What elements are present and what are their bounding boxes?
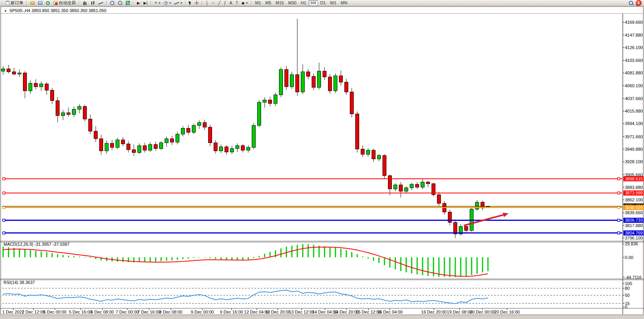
macd-histogram-bar (259, 256, 260, 257)
zoom-in-icon (110, 1, 114, 5)
svg-text:29.836: 29.836 (625, 241, 638, 246)
timeframe-m1-button[interactable]: M1 (253, 0, 263, 6)
periods-button[interactable]: ▾ (162, 0, 172, 6)
line-chart-button[interactable] (97, 0, 105, 6)
macd-histogram-bar (166, 257, 167, 261)
tile-windows-button[interactable] (124, 0, 132, 6)
line-handle[interactable] (618, 192, 620, 194)
text-icon: A (230, 1, 232, 5)
search-icon[interactable] (629, 1, 633, 5)
svg-text:50: 50 (625, 293, 630, 298)
timeframe-w1-button[interactable]: W1 (328, 0, 339, 6)
timeframe-h4-button[interactable]: H4 (309, 0, 318, 6)
vertical-line-icon: │ (206, 1, 208, 5)
fibonacci-tool-button[interactable]: ƒ (222, 0, 228, 6)
notification-badge[interactable]: 1 (636, 0, 642, 6)
time-tick-label: 6 Dec 08:00 (91, 310, 114, 314)
time-tick-label: 9 Dec 16:00 (220, 310, 243, 314)
line-handle[interactable] (3, 232, 5, 234)
line-handle[interactable] (3, 192, 5, 194)
chart-title-bar[interactable]: ▼SP500-,H4 3850.850 3851.350 3850.350 38… (4, 8, 106, 13)
shapes-tool-button[interactable]: ◆ ▾ (240, 0, 249, 6)
macd-histogram-bar (215, 257, 216, 259)
macd-histogram-bar (477, 257, 478, 274)
macd-histogram-bar (182, 257, 184, 259)
vertical-line-tool-button[interactable]: │ (204, 0, 210, 6)
line-handle[interactable] (3, 178, 5, 180)
macd-histogram-bar (422, 257, 423, 275)
templates-button[interactable]: ▾ (173, 0, 184, 6)
macd-histogram-bar (313, 245, 314, 257)
chart-title: SP500-,H4 3850.850 3851.350 3850.350 385… (9, 8, 107, 13)
line-handle[interactable] (3, 206, 5, 209)
price-tick-label: 4103.660 (625, 58, 643, 63)
macd-histogram-bar (8, 247, 9, 257)
clock-icon (164, 1, 168, 5)
price-tick-label: 4126.100 (625, 45, 643, 50)
bar-chart-button[interactable] (81, 0, 89, 6)
macd-histogram-bar (117, 257, 118, 262)
line-handle[interactable] (618, 232, 620, 234)
toolbar-grip[interactable] (79, 1, 80, 5)
price-tick-label: 3928.100 (625, 159, 643, 164)
line-handle[interactable] (3, 219, 5, 221)
autotrading-button[interactable]: 自动交易 (52, 0, 77, 6)
toolbar-grip[interactable] (2, 1, 3, 5)
auto-scroll-icon: ▶ (137, 1, 140, 5)
chart-shift-button[interactable]: ▶| (142, 0, 149, 6)
line-handle[interactable] (618, 206, 620, 209)
zoom-in-button[interactable] (109, 0, 116, 6)
timeframe-m5-button[interactable]: M5 (263, 0, 273, 6)
chevron-down-icon: ▾ (181, 1, 182, 5)
trendline-tool-button[interactable]: ╱ (216, 0, 222, 6)
data-window-button[interactable] (29, 0, 36, 6)
macd-histogram-bar (368, 257, 369, 259)
new-order-label: 新订单 (11, 0, 23, 6)
macd-histogram-bar (161, 257, 162, 261)
timeframe-h1-button[interactable]: H1 (299, 0, 308, 6)
macd-histogram-bar (177, 257, 178, 260)
time-tick-label: 7 Dec 00:00 (116, 310, 139, 314)
indicators-button[interactable]: + ▾ (153, 0, 162, 6)
new-order-button[interactable]: 新订单 (4, 0, 25, 6)
template-icon (174, 1, 179, 5)
timeframe-m30-button[interactable]: M30 (286, 0, 298, 6)
horizontal-line-tool-button[interactable]: ─ (210, 0, 216, 6)
line-handle[interactable] (618, 178, 620, 180)
cursor-tool-button[interactable] (188, 0, 193, 6)
macd-histogram-bar (52, 253, 53, 257)
zoom-out-button[interactable] (116, 0, 124, 6)
text-tool-button[interactable]: A (228, 0, 234, 6)
bar-chart-icon (83, 1, 87, 5)
crosshair-tool-button[interactable] (193, 0, 200, 6)
timeframe-m15-button[interactable]: M15 (274, 0, 286, 6)
line-handle[interactable] (618, 219, 620, 221)
candlestick-chart-button[interactable] (89, 0, 97, 6)
toolbar-separator (133, 1, 134, 5)
macd-histogram-bar (270, 252, 271, 257)
macd-histogram-bar (308, 244, 309, 257)
macd-histogram-bar (335, 248, 336, 257)
tile-windows-icon (126, 1, 130, 5)
chart-shift-icon: ▶| (144, 1, 147, 5)
macd-histogram-bar (25, 250, 26, 257)
price-tick-label: 3949.880 (625, 147, 643, 152)
auto-scroll-button[interactable]: ▶ (135, 0, 142, 6)
macd-histogram-bar (286, 247, 287, 257)
chart-dropdown-icon[interactable]: ▼ (4, 9, 7, 13)
chart-window (1, 7, 643, 315)
time-tick-label: 5 Dec 00:00 (43, 310, 66, 314)
macd-histogram-bar (406, 257, 407, 273)
price-tick-label: 4037.660 (625, 96, 643, 101)
market-watch-button[interactable] (37, 0, 44, 6)
chart-canvas[interactable]: 3851.0503898.6153873.9883848.9293826.733… (0, 0, 644, 319)
macd-histogram-bar (324, 247, 325, 257)
price-tick-label: 3796.100 (625, 236, 643, 240)
candlestick-icon (91, 1, 95, 5)
macd-histogram-bar (41, 252, 42, 257)
timeframe-mn-button[interactable]: MN (339, 0, 349, 6)
signals-button[interactable] (44, 0, 51, 6)
label-tool-button[interactable]: T (234, 0, 240, 6)
macd-histogram-bar (297, 245, 298, 257)
timeframe-d1-button[interactable]: D1 (318, 0, 328, 6)
